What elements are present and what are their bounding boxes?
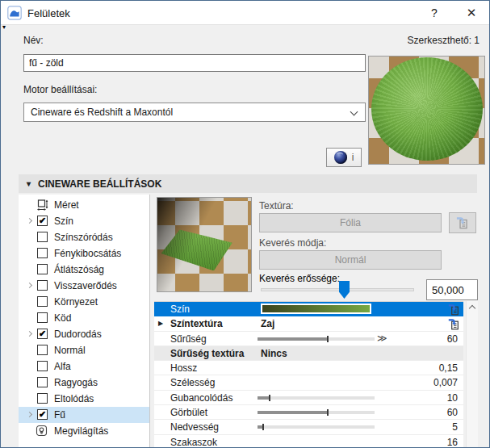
sidebar-item-szin[interactable]: ✔ Szín: [19, 213, 149, 229]
checkbox[interactable]: [37, 296, 48, 307]
checkbox[interactable]: [37, 377, 48, 387]
expand-chevron-icon[interactable]: [27, 218, 32, 224]
expand-chevron-icon[interactable]: [27, 331, 32, 337]
row-slider-tick: [327, 336, 329, 342]
surfaces-dialog: Felületek ? ✕ ▾ Név: Szerkeszthető: 1 Mo…: [0, 0, 490, 448]
row-slider[interactable]: [258, 425, 375, 429]
checkbox[interactable]: [37, 393, 48, 404]
checkbox[interactable]: [37, 248, 48, 258]
info-letter: i: [352, 152, 354, 163]
scroll-up-button[interactable]: [467, 301, 479, 314]
sidebar-item-kod[interactable]: Köd: [19, 310, 149, 326]
row-number-value: 5: [452, 421, 458, 433]
texture-button[interactable]: Fólia: [259, 213, 442, 232]
blend-strength-input[interactable]: [426, 279, 478, 300]
row-slider[interactable]: [258, 396, 375, 400]
sidebar-item-fenykibocsatas[interactable]: Fénykibocsátás: [19, 245, 149, 262]
row-number-value: 10: [447, 392, 458, 404]
row-slider-fill: [258, 411, 328, 414]
sidebar-item-label: Átlátszóság: [54, 264, 104, 275]
sidebar-item-label: Megvilágítás: [54, 425, 108, 437]
row-expand-icon[interactable]: ▶: [158, 320, 163, 327]
checkbox[interactable]: [37, 264, 48, 274]
sidebar-item-kornyezet[interactable]: Környezet: [19, 294, 149, 310]
row-szin[interactable]: Szín: [154, 302, 463, 316]
checkbox[interactable]: [37, 361, 48, 371]
color-gradient-bar[interactable]: [261, 304, 371, 314]
sidebar-item-fu[interactable]: ✔ Fű: [19, 407, 149, 423]
row-hossz[interactable]: Hossz 0,15: [154, 361, 463, 375]
row-slider[interactable]: [258, 337, 375, 341]
row-number-value: 16: [447, 437, 458, 447]
row-szakaszok[interactable]: Szakaszok 16: [154, 435, 463, 447]
checkbox[interactable]: [37, 345, 48, 355]
expand-chevron-icon[interactable]: [27, 412, 32, 417]
checkbox[interactable]: [37, 312, 48, 323]
sidebar-item-ragyogas[interactable]: Ragyogás: [19, 375, 149, 391]
cinema4d-info-button[interactable]: i: [326, 148, 362, 167]
double-chevron-icon[interactable]: ≫: [377, 333, 387, 344]
blend-mode-button[interactable]: Normál: [259, 250, 442, 270]
row-suruseg-textura[interactable]: Sűrűség textúra Nincs: [154, 346, 463, 361]
row-gubancolodas[interactable]: Gubancolódás 10: [154, 391, 463, 405]
sidebar-item-label: Környezet: [54, 296, 98, 308]
table-scrollbar[interactable]: [466, 301, 478, 447]
cineware-section-header[interactable]: ▾ CINEWARE BEÁLLÍTÁSOK: [19, 174, 477, 193]
sidebar-item-alfa[interactable]: Alfa: [19, 358, 149, 375]
close-button[interactable]: ✕: [458, 1, 485, 25]
checkbox[interactable]: ✔: [37, 409, 48, 420]
row-label: Gubancolódás: [170, 392, 232, 404]
row-nedvesseg[interactable]: Nedvesség 5: [154, 420, 463, 434]
blend-strength-label: Keverés erőssége:: [259, 273, 340, 284]
help-button[interactable]: ?: [421, 1, 448, 25]
checkbox[interactable]: ✔: [37, 216, 48, 226]
texture-transfer-button[interactable]: [449, 212, 476, 233]
row-slider[interactable]: [258, 411, 375, 414]
row-transfer-button[interactable]: [447, 303, 461, 316]
row-number-value: 60: [447, 333, 458, 345]
sidebar-item-label: Visszaverődés: [54, 280, 117, 291]
engine-settings-label: Motor beállításai:: [23, 84, 97, 95]
row-szintextura[interactable]: ▶ Színtextúra Zaj: [154, 316, 463, 331]
panel-collapse-triangle-icon[interactable]: ▾: [2, 24, 6, 31]
row-szelesseg[interactable]: Szélesség 0,007: [154, 375, 463, 390]
row-label: Sűrűség: [170, 333, 207, 345]
checkbox[interactable]: [37, 232, 48, 242]
blend-strength-slider-thumb[interactable]: [339, 281, 350, 299]
sidebar-item-label: Méret: [54, 199, 79, 211]
surface-name-input[interactable]: [23, 54, 366, 72]
sidebar-item-szinszorodas[interactable]: Színszóródás: [19, 229, 149, 245]
row-text-value: Nincs: [261, 348, 287, 359]
checkbox[interactable]: ✔: [37, 329, 48, 339]
row-gorbulet[interactable]: Görbület 60: [154, 405, 463, 420]
sidebar-item-meret[interactable]: Méret: [19, 197, 149, 213]
checkbox[interactable]: [37, 280, 48, 291]
sidebar-item-megvilagitas[interactable]: Megvilágítás: [19, 423, 149, 439]
material-preview[interactable]: [368, 56, 485, 165]
row-label: Görbület: [170, 407, 207, 418]
sidebar-item-label: Eltolódás: [54, 393, 94, 404]
row-label: Hossz: [170, 362, 197, 374]
blend-mode-label: Keverés módja:: [259, 237, 326, 249]
section-collapse-icon: ▾: [27, 179, 31, 188]
sidebar-item-normal[interactable]: Normál: [19, 342, 149, 358]
sidebar-item-eltolodas[interactable]: Eltolódás: [19, 391, 149, 407]
row-transfer-button[interactable]: [447, 317, 461, 331]
engine-select[interactable]: Cineware és Redshift a Maxontól: [23, 103, 366, 122]
row-label: Szín: [170, 304, 190, 315]
blend-strength-slider[interactable]: [261, 288, 414, 291]
sidebar-item-dudorodas[interactable]: ✔ Dudorodás: [19, 326, 149, 342]
sidebar-item-label: Szín: [54, 216, 73, 227]
row-text-value: Zaj: [261, 318, 274, 329]
row-slider-tick: [269, 395, 270, 401]
sidebar-item-atlatszosag[interactable]: Átlátszóság: [19, 262, 149, 278]
expand-chevron-icon[interactable]: [27, 283, 32, 288]
grass-ball-image: [371, 57, 483, 161]
row-suruseg[interactable]: Sűrűség ≫ 60: [154, 332, 463, 346]
sidebar-item-visszaverodes[interactable]: Visszaverődés: [19, 278, 149, 294]
channel-preview[interactable]: [157, 197, 252, 292]
row-label: Színtextúra: [170, 318, 223, 329]
size-icon: [36, 199, 48, 211]
sidebar-item-label: Fű: [54, 409, 65, 421]
window-title: Felületek: [27, 7, 70, 19]
